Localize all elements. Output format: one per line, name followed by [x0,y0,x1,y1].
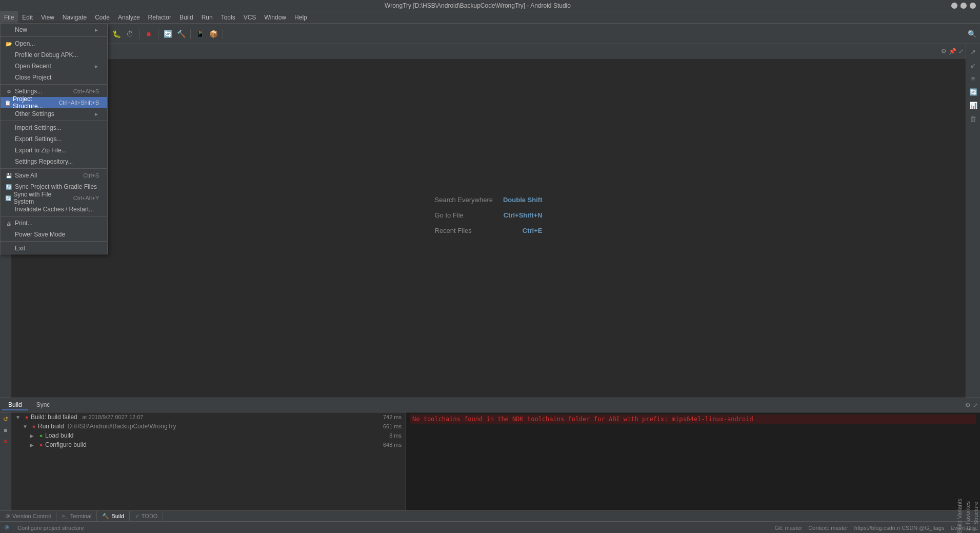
tab-gear-icon[interactable]: ⚙ [941,48,947,55]
menu-item-profile-debug[interactable]: Profile or Debug APK... [1,49,107,61]
menu-code[interactable]: Code [91,11,114,23]
root-error-icon: ● [23,414,31,420]
toolbar-sep-3 [158,29,158,39]
tab-build[interactable]: 🔨 Build [97,511,129,521]
build-panel-tabs: Build Sync ⚙ ⤢ [0,398,980,412]
menu-item-project-structure[interactable]: 📋 Project Structure... Ctrl+Alt+Shift+S [1,97,107,108]
build-gear-icon[interactable]: ⚙ [965,402,971,409]
toolbar-debug-btn[interactable]: 🐛 [110,28,123,40]
right-icon-1[interactable]: ↗ [968,46,979,57]
invalidate-caches-icon [5,205,13,213]
build-rerun-icon[interactable]: ↺ [1,414,10,424]
maximize-button[interactable]: □ [961,3,967,9]
tab-pin-icon[interactable]: 📌 [949,48,956,55]
build-load-build-row[interactable]: ▶ ● Load build 8 ms [11,431,406,440]
status-configure[interactable]: Configure project structure [17,525,84,531]
open-icon: 📂 [5,40,13,48]
file-dropdown-menu: New ► 📂 Open... Profile or Debug APK... … [0,24,108,254]
build-run-build-row[interactable]: ▼ ● Run build D:\HSB\Android\BackupCode\… [11,422,406,431]
menu-item-open[interactable]: 📂 Open... [1,38,107,49]
build-configure-row[interactable]: ▶ ● Configure build 648 ms [11,440,406,449]
build-error-icon[interactable]: ✕ [1,437,10,446]
menu-item-import-settings[interactable]: Import Settings... [1,122,107,133]
menu-item-power-save[interactable]: Power Save Mode [1,229,107,240]
configure-toggle[interactable]: ▶ [30,442,37,448]
menu-run[interactable]: Run [197,11,217,23]
menu-item-export-settings[interactable]: Export Settings... [1,133,107,145]
build-stop-icon[interactable]: ■ [1,426,10,435]
toolbar-stop-btn[interactable]: ■ [143,28,155,40]
todo-icon: ✓ [135,513,139,520]
tab-terminal[interactable]: >_ Terminal [56,511,97,521]
new-arrow: ► [94,27,99,33]
menu-file[interactable]: File [0,11,18,23]
menu-vcs[interactable]: VCS [239,11,261,23]
configure-error-icon: ● [37,442,45,448]
menu-analyze[interactable]: Analyze [114,11,144,23]
menu-help[interactable]: Help [290,11,311,23]
print-icon: 🖨 [5,219,13,227]
window-controls: ─ □ ✕ [951,3,976,9]
right-icon-4[interactable]: 🔄 [968,86,979,97]
toolbar-profile-btn[interactable]: ⏱ [124,28,136,40]
menu-window[interactable]: Window [260,11,290,23]
import-settings-icon [5,124,13,132]
menu-item-save-all[interactable]: 💾 Save All Ctrl+S [1,170,107,181]
menu-navigate[interactable]: Navigate [58,11,91,23]
load-build-toggle[interactable]: ▶ [30,433,37,439]
toolbar-sdk-btn[interactable]: 📦 [207,28,219,40]
settings-repo-icon [5,157,13,166]
run-build-error-icon: ● [30,423,38,429]
status-bar: ⑨ Configure project structure Git: maste… [0,522,980,533]
other-settings-arrow: ► [94,111,99,117]
tab-todo[interactable]: ✓ TODO [130,511,164,521]
separator-1 [1,36,107,37]
menu-item-export-zip[interactable]: Export to Zip File... [1,145,107,156]
right-icon-5[interactable]: 📊 [968,100,979,111]
right-icon-2[interactable]: ↙ [968,60,979,71]
build-tab[interactable]: Build [2,400,28,410]
power-save-icon [5,230,13,239]
favorites-tab[interactable]: 2: Favorites [964,497,972,533]
other-settings-icon [5,110,13,118]
menu-item-sync-filesystem[interactable]: 🔄 Sync with File System Ctrl+Alt+Y [1,192,107,204]
menu-item-open-recent[interactable]: Open Recent ► [1,61,107,72]
sync-gradle-icon: 🔄 [5,183,13,191]
menu-item-other-settings[interactable]: Other Settings ► [1,108,107,120]
bottom-tabs: ⑨ Version Control >_ Terminal 🔨 Build ✓ … [0,510,980,522]
tab-expand-icon[interactable]: ⤢ [958,48,964,55]
menu-refactor[interactable]: Refactor [144,11,175,23]
right-icon-3[interactable]: ≡ [968,73,979,84]
right-icon-6[interactable]: 🗑 [968,113,979,124]
menu-item-exit[interactable]: Exit [1,243,107,254]
toolbar-sync-btn[interactable]: 🔄 [162,28,174,40]
close-button[interactable]: ✕ [970,3,976,9]
menu-build[interactable]: Build [175,11,197,23]
load-build-success-icon: ● [37,432,45,439]
build-panel: Build Sync ⚙ ⤢ ↺ ■ ✕ ▼ ● Build: build fa… [0,398,980,510]
menu-item-invalidate-caches[interactable]: Invalidate Caches / Restart... [1,204,107,215]
menu-tools[interactable]: Tools [217,11,239,23]
minimize-button[interactable]: ─ [951,3,957,9]
toolbar-build-btn[interactable]: 🔨 [175,28,187,40]
build-expand-icon[interactable]: ⤢ [973,402,978,409]
editor-content: ⚙ WrongTry ✕ ⚙ 📌 ⤢ Search Everywhere Dou… [11,44,966,398]
build-tree: ▼ ● Build: build failed at 2018/9/27 002… [11,412,406,510]
status-url: https://blog.csdn.n CSDN @G_ltags [854,525,945,531]
toolbar-avd-btn[interactable]: 📱 [194,28,206,40]
menu-view[interactable]: View [37,11,58,23]
menu-item-settings-repo[interactable]: Settings Repository... [1,156,107,167]
tab-version-control[interactable]: ⑨ Version Control [0,511,56,521]
build-root-row[interactable]: ▼ ● Build: build failed at 2018/9/27 002… [11,412,406,422]
root-toggle[interactable]: ▼ [15,414,23,420]
menu-edit[interactable]: Edit [18,11,37,23]
toolbar-sep-4 [190,29,191,39]
build-variants-tab[interactable]: Build Variants [955,495,964,533]
toolbar-search-btn[interactable]: 🔍 [966,28,978,40]
menu-item-print[interactable]: 🖨 Print... [1,218,107,229]
sync-tab[interactable]: Sync [30,400,56,410]
menu-item-close-project[interactable]: Close Project [1,72,107,83]
run-build-toggle[interactable]: ▼ [23,424,30,429]
structure-tab[interactable]: 7: Structure [972,498,980,533]
menu-item-new[interactable]: New ► [1,24,107,35]
